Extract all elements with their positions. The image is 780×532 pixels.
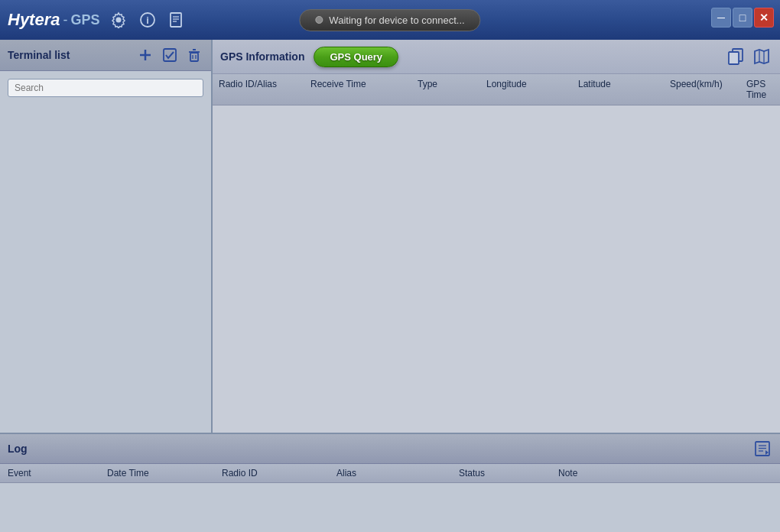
- maximize-button[interactable]: □: [733, 8, 752, 28]
- settings-icon[interactable]: [108, 9, 129, 31]
- col-header-latitude: Latitude: [572, 79, 664, 100]
- app-logo: Hytera - GPS: [8, 10, 100, 30]
- main-area: Terminal list: [0, 40, 780, 433]
- col-header-speed: Speed(km/h): [664, 79, 740, 100]
- status-bar: Waiting for device to connect...: [299, 9, 480, 31]
- window-controls: ─ □ ✕: [711, 8, 774, 28]
- log-col-alias: Alias: [329, 468, 451, 478]
- svg-marker-17: [755, 50, 769, 63]
- copy-icon[interactable]: [725, 46, 746, 67]
- svg-rect-9: [164, 49, 176, 61]
- titlebar: Hytera - GPS i Waiting for device to con…: [0, 0, 780, 40]
- col-header-type: Type: [411, 79, 480, 100]
- info-icon[interactable]: i: [137, 9, 158, 31]
- log-col-radioid: Radio ID: [214, 468, 329, 478]
- col-header-longitude: Longitude: [480, 79, 572, 100]
- gps-toolbar: GPS Information GPS Query: [213, 40, 780, 74]
- terminal-title: Terminal list: [8, 49, 130, 61]
- log-table-header: Event Date Time Radio ID Alias Status No…: [0, 464, 780, 483]
- minimize-icon: ─: [717, 11, 725, 24]
- status-dot: [315, 16, 323, 24]
- gps-info-title: GPS Information: [220, 50, 304, 63]
- map-icon[interactable]: [751, 46, 772, 67]
- col-header-gpstime: GPS Time: [740, 79, 780, 100]
- log-title: Log: [8, 443, 752, 455]
- check-terminal-button[interactable]: [161, 46, 179, 64]
- terminal-list: [0, 105, 211, 433]
- status-message: Waiting for device to connect...: [329, 15, 464, 26]
- svg-rect-10: [190, 53, 198, 61]
- gps-query-button[interactable]: GPS Query: [314, 47, 398, 67]
- gps-toolbar-actions: [725, 46, 772, 67]
- close-button[interactable]: ✕: [754, 8, 774, 28]
- log-col-status: Status: [451, 468, 551, 478]
- log-col-datetime: Date Time: [99, 468, 214, 478]
- add-terminal-button[interactable]: [136, 46, 154, 64]
- svg-text:i: i: [146, 15, 149, 26]
- log-data-area: [0, 483, 780, 532]
- log-col-note: Note: [551, 468, 780, 478]
- minimize-button[interactable]: ─: [711, 8, 731, 28]
- log-col-event: Event: [0, 468, 99, 478]
- gps-panel: GPS Information GPS Query: [213, 40, 780, 433]
- terminal-header: Terminal list: [0, 40, 211, 71]
- logo-dash: -: [63, 12, 67, 28]
- svg-rect-3: [171, 13, 181, 27]
- svg-rect-16: [729, 52, 739, 64]
- gps-table-header: Radio ID/Alias Receive Time Type Longitu…: [213, 74, 780, 105]
- book-icon[interactable]: [166, 9, 187, 31]
- delete-terminal-button[interactable]: [185, 46, 203, 64]
- search-input[interactable]: [8, 79, 203, 97]
- col-header-receive: Receive Time: [304, 79, 411, 100]
- maximize-icon: □: [739, 11, 746, 24]
- log-export-icon[interactable]: [752, 439, 772, 459]
- log-section: Log Event Date Time Radio ID Alias Statu…: [0, 433, 780, 532]
- log-header: Log: [0, 434, 780, 464]
- logo-gps: GPS: [70, 12, 99, 28]
- gps-data-area: [213, 105, 780, 433]
- logo-hytera: Hytera: [8, 10, 60, 30]
- terminal-panel: Terminal list: [0, 40, 213, 433]
- svg-marker-24: [765, 450, 769, 455]
- svg-point-0: [115, 18, 121, 23]
- col-header-radio: Radio ID/Alias: [213, 79, 304, 100]
- close-icon: ✕: [759, 11, 769, 24]
